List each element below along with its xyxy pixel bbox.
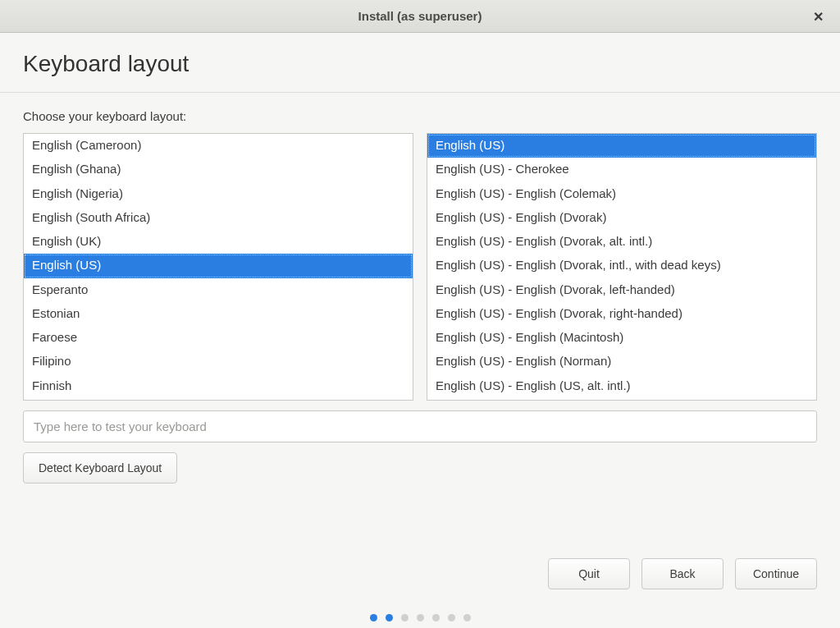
close-icon: ✕ <box>813 9 824 23</box>
variant-item[interactable]: English (US) - English (Dvorak, right-ha… <box>427 302 816 326</box>
layout-item[interactable]: English (South Africa) <box>24 206 413 230</box>
variant-listbox[interactable]: English (US)English (US) - CherokeeEngli… <box>427 133 817 401</box>
pager-dot <box>448 614 455 621</box>
layout-item[interactable]: English (UK) <box>24 230 413 254</box>
quit-button[interactable]: Quit <box>548 558 630 589</box>
page-title: Keyboard layout <box>23 51 817 77</box>
variant-item[interactable]: English (US) - English (Dvorak) <box>427 206 816 230</box>
continue-button[interactable]: Continue <box>735 558 817 589</box>
variant-item[interactable]: English (US) <box>427 134 816 158</box>
page-header: Keyboard layout <box>0 33 840 93</box>
layout-item[interactable]: Estonian <box>24 302 413 326</box>
layout-item[interactable]: Finnish <box>24 374 413 398</box>
pager-dot <box>417 614 424 621</box>
variant-item[interactable]: English (US) - English (Norman) <box>427 350 816 374</box>
window-title: Install (as superuser) <box>358 9 482 23</box>
layout-item[interactable]: Faroese <box>24 326 413 350</box>
pager-dot <box>463 614 471 621</box>
footer-buttons: Quit Back Continue <box>0 542 840 611</box>
variant-item[interactable]: English (US) - English (Dvorak, alt. int… <box>427 230 816 254</box>
pager-dot <box>386 614 393 621</box>
back-button[interactable]: Back <box>641 558 724 589</box>
variant-item[interactable]: English (US) - English (Macintosh) <box>427 326 816 350</box>
layout-lists-row: English (Cameroon)English (Ghana)English… <box>23 133 817 401</box>
main-panel: Choose your keyboard layout: English (Ca… <box>0 93 840 542</box>
detect-keyboard-button[interactable]: Detect Keyboard Layout <box>23 452 177 484</box>
keyboard-test-input[interactable] <box>23 410 817 442</box>
variant-item[interactable]: English (US) - English (Dvorak, left-han… <box>427 278 816 302</box>
installer-window: Install (as superuser) ✕ Keyboard layout… <box>0 0 840 628</box>
close-button[interactable]: ✕ <box>806 5 830 27</box>
variant-item[interactable]: English (US) - English (Dvorak, intl., w… <box>427 254 816 277</box>
choose-label: Choose your keyboard layout: <box>23 109 817 123</box>
pager-dot <box>370 614 377 621</box>
layout-item[interactable]: English (Nigeria) <box>24 182 413 206</box>
pager-dot <box>401 614 409 621</box>
layout-item[interactable]: Esperanto <box>24 278 413 302</box>
progress-pager <box>0 611 840 628</box>
content-area: Keyboard layout Choose your keyboard lay… <box>0 33 840 628</box>
pager-dot <box>432 614 440 621</box>
variant-item[interactable]: English (US) - English (Colemak) <box>427 182 816 206</box>
layout-listbox[interactable]: English (Cameroon)English (Ghana)English… <box>23 133 413 401</box>
layout-item[interactable]: Filipino <box>24 350 413 374</box>
layout-item[interactable]: English (Ghana) <box>24 158 413 181</box>
titlebar: Install (as superuser) ✕ <box>0 0 840 33</box>
layout-item[interactable]: English (Cameroon) <box>24 134 413 158</box>
variant-item[interactable]: English (US) - Cherokee <box>427 158 816 181</box>
variant-item[interactable]: English (US) - English (US, alt. intl.) <box>427 374 816 398</box>
layout-item[interactable]: English (US) <box>24 254 413 277</box>
